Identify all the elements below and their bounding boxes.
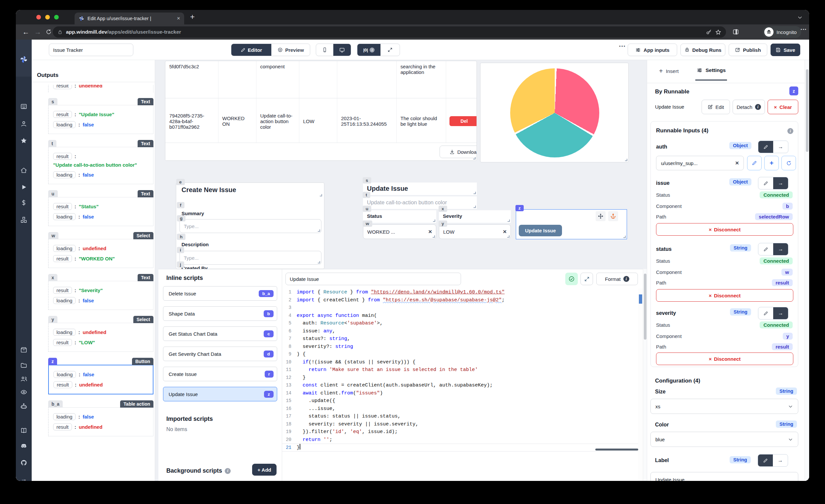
- code-line[interactable]: 16 ...issue,: [282, 405, 638, 413]
- code-line[interactable]: 7 status?: string,: [282, 335, 638, 343]
- dollar-icon[interactable]: [20, 199, 27, 206]
- browser-menu-icon[interactable]: ⋮: [800, 26, 807, 32]
- script-item-b[interactable]: Shape Data b: [163, 306, 277, 321]
- connect-mode-button[interactable]: →: [773, 141, 788, 153]
- status-label-box[interactable]: Status: [363, 210, 436, 223]
- lint-ok-button[interactable]: [565, 273, 578, 285]
- tab-insert[interactable]: +Insert: [659, 67, 678, 75]
- static-mode-button[interactable]: [758, 243, 773, 255]
- size-select[interactable]: xs: [651, 399, 798, 414]
- script-item-r[interactable]: Create Issue r: [163, 367, 277, 381]
- output-item-t[interactable]: tTextresult: "Update call-to-action butt…: [48, 140, 153, 184]
- static-mode-button[interactable]: [758, 454, 773, 466]
- detach-runnable-button[interactable]: Detach i: [733, 100, 765, 114]
- code-line[interactable]: 4export async function main(: [282, 312, 638, 320]
- summary-input[interactable]: Type...: [179, 219, 321, 233]
- cubes-icon[interactable]: [20, 217, 27, 223]
- discord-icon[interactable]: [20, 443, 27, 449]
- traffic-zoom-button[interactable]: [54, 15, 59, 19]
- disconnect-severity-button[interactable]: ×Disconnect: [656, 353, 793, 365]
- connect-mode-button[interactable]: →: [773, 243, 788, 255]
- output-item-y[interactable]: ySelectloading:undefinedresult:"LOW": [48, 316, 153, 352]
- code-line[interactable]: 3: [282, 304, 638, 312]
- publish-button[interactable]: Publish: [729, 44, 767, 56]
- code-line[interactable]: 19 }).filter('id', 'eq', issue.id);: [282, 428, 638, 436]
- script-item-z[interactable]: Update Issue z: [163, 387, 277, 401]
- code-line[interactable]: 21}: [282, 444, 638, 451]
- script-item-b_a[interactable]: Delete Issue b_a: [163, 286, 277, 301]
- editor-tab[interactable]: Editor: [231, 44, 271, 56]
- color-select[interactable]: blue: [651, 432, 798, 447]
- book-icon[interactable]: [20, 427, 27, 434]
- output-item-x[interactable]: xTextresult:"Severity"loading:false: [48, 274, 153, 310]
- key-icon[interactable]: [706, 29, 712, 35]
- code-line[interactable]: 8 severity?: string: [282, 343, 638, 351]
- connect-mode-button[interactable]: →: [773, 177, 788, 189]
- tab-close-icon[interactable]: ×: [177, 15, 180, 22]
- code-line[interactable]: 11 return 'Make sure that an issue is se…: [282, 366, 638, 374]
- forward-icon[interactable]: →: [34, 28, 41, 36]
- output-item-s[interactable]: sTextresult:"Update Issue"loading:false: [48, 98, 153, 134]
- url-bar[interactable]: app.windmill.dev/apps/edit/u/user/issue-…: [53, 26, 726, 38]
- desktop-view-button[interactable]: [333, 44, 351, 56]
- star-icon[interactable]: [20, 137, 27, 144]
- code-line[interactable]: 10 if(!(issue && (status || severity))) …: [282, 358, 638, 366]
- preview-tab[interactable]: Preview: [271, 44, 310, 56]
- code-line[interactable]: 14 await client.from("issues"): [282, 389, 638, 398]
- more-options-icon[interactable]: ⋮: [618, 43, 626, 50]
- app-name-input[interactable]: Issue Tracker: [49, 44, 133, 56]
- connect-mode-button[interactable]: →: [773, 454, 788, 466]
- update-form-subtitle-box[interactable]: Update call-to-action button color: [363, 196, 477, 209]
- code-line[interactable]: 2import { createClient } from "https://e…: [282, 296, 638, 304]
- static-mode-button[interactable]: [758, 141, 773, 153]
- robot-icon[interactable]: [20, 403, 27, 410]
- apps-icon[interactable]: [20, 103, 27, 110]
- fullscreen-button[interactable]: [380, 44, 400, 56]
- github-icon[interactable]: [20, 459, 27, 466]
- component-badge-t[interactable]: t: [363, 192, 370, 198]
- connect-mode-button[interactable]: →: [773, 307, 788, 319]
- horizontal-scrollbar[interactable]: [595, 448, 638, 450]
- schema-explorer-button[interactable]: |0| i: [357, 44, 380, 56]
- tab-search-chevron-icon[interactable]: [797, 15, 803, 20]
- user-icon[interactable]: [20, 121, 27, 127]
- mobile-view-button[interactable]: [316, 44, 333, 56]
- save-button[interactable]: Save: [770, 44, 800, 56]
- code-line[interactable]: 17 status: status || issue.status,: [282, 413, 638, 421]
- new-tab-button[interactable]: +: [190, 12, 195, 21]
- update-form-title-box[interactable]: Update Issue: [363, 183, 477, 195]
- code-line[interactable]: 9) {: [282, 351, 638, 358]
- component-badge-j[interactable]: j: [177, 262, 184, 268]
- component-badge-z[interactable]: z: [516, 205, 524, 211]
- output-item-z[interactable]: zButtonloading:falseresult:undefined: [48, 358, 153, 394]
- code-line[interactable]: 18 severity: severity || issue.severity,: [282, 421, 638, 428]
- status-select[interactable]: WORKED ...×: [363, 224, 436, 239]
- app-inputs-button[interactable]: App inputs: [628, 44, 677, 56]
- code-line[interactable]: 20 return '';: [282, 436, 638, 444]
- script-item-c[interactable]: Get Status Chart Data c: [163, 327, 277, 341]
- move-handle-icon[interactable]: [596, 211, 606, 221]
- code-line[interactable]: 5 auth: Resource<'supabase'>,: [282, 319, 638, 328]
- add-resource-button[interactable]: +: [764, 156, 779, 170]
- folder-icon[interactable]: [20, 362, 27, 369]
- download-button[interactable]: Download: [440, 146, 477, 158]
- update-issue-button-component[interactable]: z Update Issue: [516, 209, 627, 239]
- label-input[interactable]: Update Issue: [651, 472, 798, 481]
- clear-select-icon[interactable]: ×: [428, 228, 432, 235]
- component-badge-w[interactable]: w: [363, 220, 372, 227]
- code-area[interactable]: 1import { Resource } from "https://deno.…: [282, 288, 638, 481]
- code-line[interactable]: 12 }: [282, 374, 638, 382]
- home-icon[interactable]: [20, 167, 27, 174]
- description-input[interactable]: Type...: [179, 251, 321, 265]
- component-badge-h[interactable]: h: [177, 234, 185, 240]
- anchor-icon[interactable]: [608, 211, 618, 221]
- side-panel-icon[interactable]: [733, 29, 739, 35]
- clear-select-icon[interactable]: ×: [503, 228, 507, 235]
- update-issue-button[interactable]: Update Issue: [519, 225, 562, 236]
- output-item-w[interactable]: wSelectloading:undefinedresult:"WORKED O…: [48, 232, 153, 268]
- traffic-minimize-button[interactable]: [45, 15, 50, 19]
- code-line[interactable]: 15 .update({: [282, 397, 638, 405]
- edit-runnable-button[interactable]: Edit: [701, 100, 730, 114]
- back-icon[interactable]: ←: [22, 28, 29, 36]
- tab-settings[interactable]: Settings: [697, 67, 726, 73]
